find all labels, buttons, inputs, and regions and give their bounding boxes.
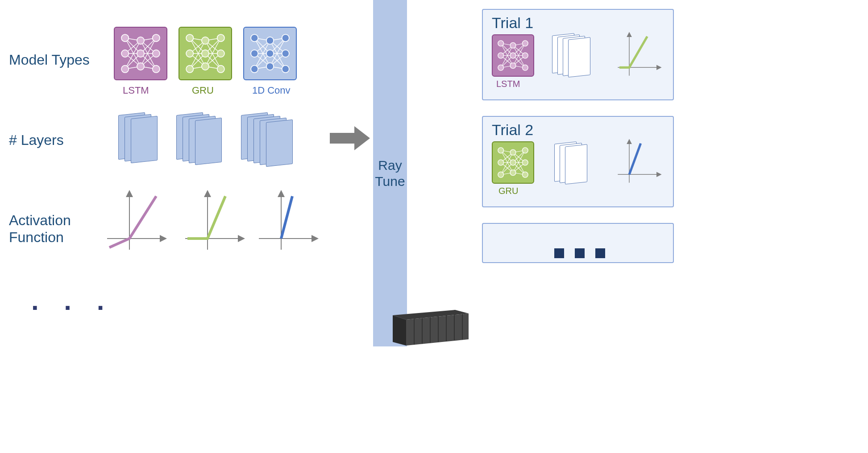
activation-steep-icon: [254, 187, 321, 254]
svg-point-149: [510, 160, 516, 165]
svg-point-25: [153, 50, 160, 57]
svg-point-21: [137, 37, 144, 44]
svg-point-79: [282, 50, 289, 57]
svg-point-117: [498, 53, 504, 58]
trial-1-model-icon: [492, 34, 534, 77]
svg-point-22: [137, 50, 144, 57]
arrow-right-icon: [330, 125, 370, 152]
svg-point-148: [510, 149, 516, 155]
svg-point-72: [251, 34, 258, 41]
trial-1-title: Trial 1: [492, 14, 533, 32]
svg-point-47: [186, 66, 193, 73]
svg-marker-89: [393, 315, 406, 346]
raytune-label: Ray Tune: [375, 157, 405, 189]
server-icon: [393, 310, 469, 346]
model-conv-icon: [243, 27, 297, 80]
svg-point-19: [121, 50, 129, 57]
label-layers: # Layers: [9, 132, 64, 148]
svg-point-118: [498, 65, 504, 70]
svg-point-152: [522, 160, 528, 165]
label-conv: 1D Conv: [252, 85, 291, 96]
trial-2-activation-icon: [615, 137, 664, 186]
svg-point-145: [498, 148, 504, 153]
row-ellipsis-icon: . . .: [31, 285, 113, 316]
svg-point-76: [266, 50, 274, 57]
svg-point-50: [202, 63, 209, 70]
svg-point-147: [498, 172, 504, 177]
label-model-types: Model Types: [9, 51, 90, 68]
svg-marker-87: [330, 126, 370, 150]
svg-point-48: [202, 37, 209, 44]
model-lstm-icon: [114, 27, 167, 80]
svg-point-73: [251, 50, 258, 57]
svg-point-18: [121, 34, 129, 41]
svg-point-51: [217, 34, 224, 41]
raytune-pipeline: Ray Tune: [373, 0, 407, 346]
trial-1-box: Trial 1 LSTM: [482, 9, 674, 100]
svg-point-78: [282, 34, 289, 41]
svg-point-26: [153, 66, 160, 73]
model-gru-icon: [179, 27, 232, 80]
svg-point-122: [522, 41, 528, 46]
trial-2-title: Trial 2: [492, 121, 533, 139]
svg-point-153: [522, 172, 528, 177]
svg-point-150: [510, 170, 516, 176]
svg-point-116: [498, 41, 504, 46]
trial-2-model-label: GRU: [498, 186, 518, 196]
svg-point-49: [202, 50, 209, 57]
svg-point-46: [186, 50, 193, 57]
svg-point-23: [137, 63, 144, 70]
svg-point-52: [217, 50, 224, 57]
svg-point-80: [282, 66, 289, 73]
label-activation: Activation Function: [9, 212, 71, 246]
svg-point-120: [510, 53, 516, 58]
trial-ellipsis-icon: [554, 248, 605, 258]
label-lstm: LSTM: [123, 85, 149, 96]
svg-point-124: [522, 65, 528, 70]
trial-more-box: [482, 223, 674, 263]
svg-point-75: [266, 37, 274, 44]
svg-point-45: [186, 34, 193, 41]
svg-point-121: [510, 63, 516, 69]
label-gru: GRU: [192, 85, 214, 96]
trial-2-model-icon: [492, 141, 534, 184]
svg-point-74: [251, 66, 258, 73]
activation-leakyrelu-icon: [103, 187, 170, 254]
activation-relu-icon: [181, 187, 248, 254]
svg-point-119: [510, 42, 516, 48]
trial-1-activation-icon: [615, 30, 664, 79]
svg-point-24: [153, 34, 160, 41]
svg-point-123: [522, 53, 528, 58]
svg-point-151: [522, 148, 528, 153]
trial-2-box: Trial 2 GRU: [482, 116, 674, 207]
svg-point-146: [498, 160, 504, 165]
svg-point-53: [217, 66, 224, 73]
trial-1-model-label: LSTM: [496, 79, 520, 89]
svg-point-77: [266, 63, 274, 70]
svg-point-20: [121, 66, 129, 73]
